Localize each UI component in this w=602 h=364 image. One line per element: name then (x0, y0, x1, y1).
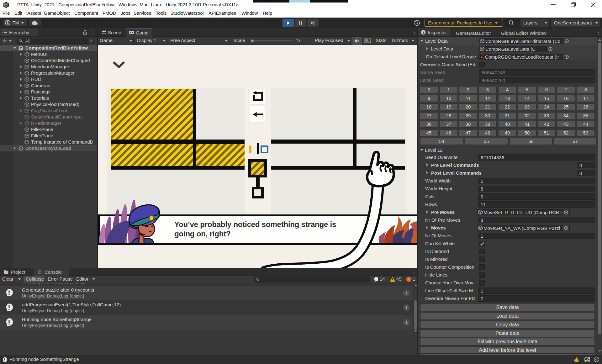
svg-text:!: ! (576, 359, 577, 362)
svg-text:E: E (481, 55, 483, 59)
